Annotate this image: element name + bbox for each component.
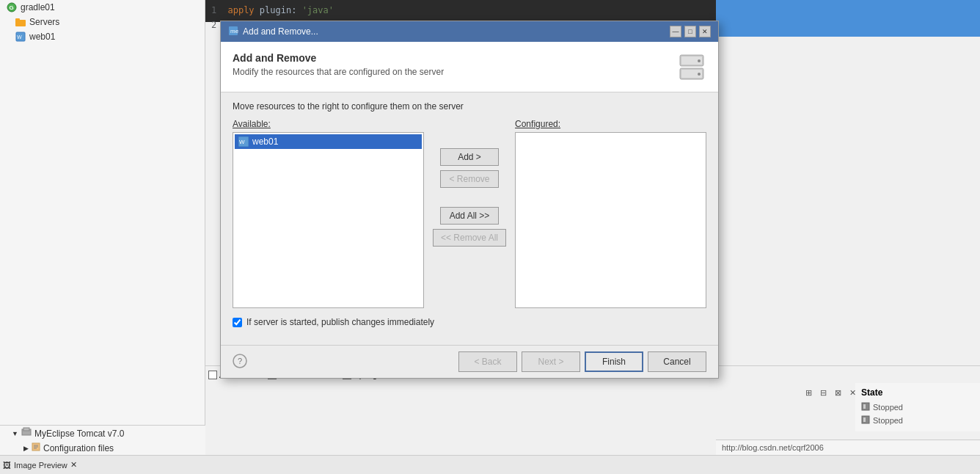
middle-buttons: Add > < Remove Add All >> << Remove All xyxy=(433,119,506,247)
available-list[interactable]: W web01 xyxy=(233,132,424,308)
add-button[interactable]: Add > xyxy=(440,148,499,166)
add-all-button[interactable]: Add All >> xyxy=(440,207,499,225)
available-item-label: web01 xyxy=(252,136,278,147)
dialog-instruction: Move resources to the right to configure… xyxy=(233,101,706,112)
footer-buttons: < Back Next > Finish Cancel xyxy=(458,351,706,372)
configured-panel: Configured: xyxy=(515,119,706,308)
image-preview-tab[interactable]: Image Preview xyxy=(14,461,67,470)
configured-label: Configured: xyxy=(515,119,706,129)
dialog-main-title: Add and Remove xyxy=(233,52,444,64)
svg-text:W: W xyxy=(239,139,245,145)
finish-button[interactable]: Finish xyxy=(585,351,643,372)
cancel-button[interactable]: Cancel xyxy=(648,351,706,372)
publish-checkbox-label[interactable]: If server is started, publish changes im… xyxy=(246,317,434,327)
svg-point-23 xyxy=(698,73,701,76)
web01-icon: W xyxy=(238,136,249,147)
publish-checkbox-row: If server is started, publish changes im… xyxy=(233,317,706,327)
dialog-icon-small: me xyxy=(228,26,238,38)
svg-text:me: me xyxy=(230,28,238,34)
dialog-title: me Add and Remove... xyxy=(228,26,318,38)
available-item-web01[interactable]: W web01 xyxy=(235,134,422,149)
svg-point-22 xyxy=(698,59,701,62)
image-preview-icon: 🖼 xyxy=(3,461,11,470)
dialog-overlay: me Add and Remove... — □ ✕ Add and Remov… xyxy=(0,0,980,474)
dialog-header-text: Add and Remove Modify the resources that… xyxy=(233,52,444,77)
dialog-subtitle: Modify the resources that are configured… xyxy=(233,67,444,77)
remove-all-button[interactable]: << Remove All xyxy=(433,229,506,247)
svg-text:?: ? xyxy=(238,357,242,365)
dialog-content: Move resources to the right to configure… xyxy=(221,92,718,345)
dialog-header-section: Add and Remove Modify the resources that… xyxy=(221,42,718,92)
close-tab-icon[interactable]: ✕ xyxy=(70,460,77,470)
available-label: Available: xyxy=(233,119,424,129)
panel-row: Available: W web01 xyxy=(233,119,706,308)
dialog-titlebar: me Add and Remove... — □ ✕ xyxy=(221,21,718,42)
configured-list[interactable] xyxy=(515,132,706,308)
available-panel: Available: W web01 xyxy=(233,119,424,308)
close-button[interactable]: ✕ xyxy=(699,26,711,37)
next-button[interactable]: Next > xyxy=(522,351,580,372)
help-icon-area: ? xyxy=(233,354,247,371)
dialog-window-controls: — □ ✕ xyxy=(670,26,711,37)
bottom-bar: 🖼 Image Preview ✕ xyxy=(0,455,980,474)
add-remove-dialog: me Add and Remove... — □ ✕ Add and Remov… xyxy=(220,21,719,379)
back-button[interactable]: < Back xyxy=(458,351,517,372)
dialog-footer: ? < Back Next > Finish Cancel xyxy=(221,345,718,378)
maximize-button[interactable]: □ xyxy=(684,26,696,37)
remove-button[interactable]: < Remove xyxy=(440,170,499,188)
dialog-title-text: Add and Remove... xyxy=(243,26,318,37)
publish-checkbox[interactable] xyxy=(233,318,242,327)
minimize-button[interactable]: — xyxy=(670,26,681,37)
dialog-server-icon xyxy=(677,52,706,81)
